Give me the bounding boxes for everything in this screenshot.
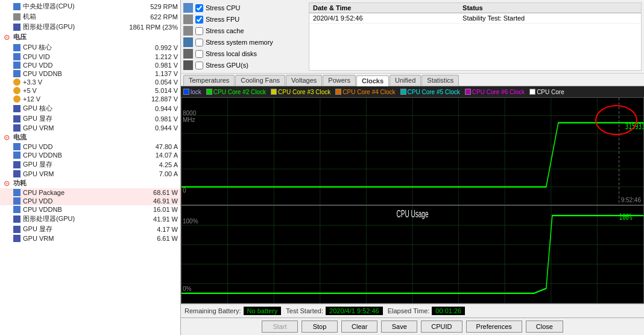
tab-statistics[interactable]: Statistics	[421, 75, 459, 86]
svg-text:CPU Usage: CPU Usage	[396, 209, 428, 220]
tab-unified[interactable]: Unified	[390, 75, 421, 86]
legend-lock-label: lock	[191, 89, 201, 95]
tab-voltages[interactable]: Voltages	[286, 75, 322, 86]
legend-core3: CPU Core #3 Clock	[271, 89, 330, 95]
battery-value: No battery	[244, 307, 282, 315]
pow-gpu-row: 图形处理器(GPU) 41.91 W	[0, 214, 180, 224]
cpuid-button[interactable]: CPUID	[421, 321, 462, 333]
clock-y-top: 8000MHz	[183, 110, 196, 123]
stress-cpu-checkbox[interactable]	[195, 4, 203, 12]
curr-gpu-mem-value: 4.25 A	[136, 161, 178, 168]
curr-cpu-vdd-label: CPU VDD	[23, 143, 136, 150]
current-icon: ⊙	[2, 133, 11, 142]
volt-gpu-mem-value: 0.981 V	[136, 115, 178, 123]
preferences-button[interactable]: Preferences	[466, 321, 522, 333]
clear-button[interactable]: Clear	[341, 321, 377, 333]
legend-core6-check	[465, 89, 471, 95]
pow-cpu-vdd-row: CPU VDD 46.91 W	[0, 197, 180, 205]
svg-text:100%: 100%	[619, 211, 633, 222]
stress-disk-icon	[183, 49, 193, 59]
clock-chart: 3159316 8000MHz 0 9:52:46	[181, 97, 644, 205]
curr-cpu-vdd-value: 47.80 A	[136, 143, 178, 150]
volt-12-value: 12.887 V	[136, 95, 178, 103]
volt-cpu-vdd-row: CPU VDD 0.981 V	[0, 61, 180, 69]
pow-cpu-vdd-label: CPU VDD	[23, 197, 136, 205]
legend-core6: CPU Core #6 Clock	[465, 89, 525, 95]
test-started-value: 2020/4/1 9:52:46	[326, 307, 383, 315]
status-row-0: 2020/4/1 9:52:46 Stability Test: Started	[309, 13, 641, 24]
stress-fpu-checkbox[interactable]	[195, 16, 203, 24]
stress-disk-checkbox[interactable]	[195, 50, 203, 58]
left-panel: 中央处理器(CPU) 529 RPM 机箱 622 RPM 图形处理器(GPU)…	[0, 0, 181, 335]
status-value-0: Stability Test: Started	[459, 13, 641, 24]
volt-cpu-vddnb-label: CPU VDDNB	[23, 70, 136, 77]
stress-cache-option[interactable]: Stress cache	[183, 25, 304, 36]
status-col-status: Status	[459, 3, 641, 13]
pow-gpu-vrm-value: 6.61 W	[136, 235, 178, 242]
legend-core4: CPU Core #4 Clock	[335, 89, 395, 95]
stress-gpu-option[interactable]: Stress GPU(s)	[183, 60, 304, 71]
curr-gpu-vrm-value: 7.00 A	[136, 170, 178, 177]
curr-cpu-vdd-row: CPU VDD 47.80 A	[0, 142, 180, 151]
pow-gpu-mem-label: GPU 显存	[23, 225, 136, 234]
tab-cooling-fans[interactable]: Cooling Fans	[235, 75, 285, 86]
voltage-icon: ⊙	[2, 33, 11, 42]
legend-core5-label: CPU Core #5 Clock	[408, 89, 460, 95]
volt-12-row: +12 V 12.887 V	[0, 95, 180, 103]
stress-gpu-icon	[183, 60, 193, 70]
stress-gpu-checkbox[interactable]	[195, 62, 203, 69]
stress-cache-checkbox[interactable]	[195, 27, 203, 35]
start-button[interactable]: Start	[262, 321, 298, 333]
stress-cpu-option[interactable]: Stress CPU	[183, 2, 304, 13]
legend-core4-check	[335, 89, 341, 95]
stress-disk-option[interactable]: Stress local disks	[183, 48, 304, 59]
bottom-info-bar: Remaining Battery: No battery Test Start…	[181, 304, 644, 317]
volt-gpu-vrm-label: GPU VRM	[23, 124, 136, 132]
legend-core2-check	[206, 89, 212, 95]
tab-powers[interactable]: Powers	[323, 75, 356, 86]
usage-y-top: 100%	[183, 218, 198, 225]
fan-gpu-label: 图形处理器(GPU)	[23, 22, 129, 31]
volt-5-value: 5.014 V	[136, 87, 178, 94]
fan-cpu-row: 中央处理器(CPU) 529 RPM	[0, 1, 180, 11]
volt-12-label: +12 V	[23, 95, 136, 103]
save-button[interactable]: Save	[381, 321, 417, 333]
curr-gpu-vrm-label: GPU VRM	[23, 170, 136, 177]
usage-y-bottom: 0%	[183, 286, 191, 292]
volt-cpu-vdd-label: CPU VDD	[23, 62, 136, 69]
power-section-header: ⊙ 功耗	[0, 178, 180, 188]
volt-cpu-vdd-value: 0.981 V	[136, 62, 178, 69]
close-button[interactable]: Close	[526, 321, 563, 333]
fan-case-label: 机箱	[23, 12, 136, 21]
legend-core2-label: CPU Core #2 Clock	[213, 89, 266, 95]
curr-cpu-vddnb-value: 14.07 A	[136, 152, 178, 159]
legend-core5-check	[400, 89, 406, 95]
stress-mem-checkbox[interactable]	[195, 39, 203, 46]
clock-chart-svg: 3159316	[182, 98, 643, 205]
elapsed-item: Elapsed Time: 00:01:26	[388, 307, 466, 315]
test-started-label: Test Started:	[286, 307, 323, 314]
battery-item: Remaining Battery: No battery	[185, 307, 281, 315]
tab-clocks[interactable]: Clocks	[356, 75, 389, 86]
current-section-header: ⊙ 电流	[0, 132, 180, 142]
volt-gpu-mem-row: GPU 显存 0.981 V	[0, 113, 180, 124]
elapsed-label: Elapsed Time:	[388, 307, 430, 314]
curr-cpu-vddnb-row: CPU VDDNB 14.07 A	[0, 151, 180, 159]
curr-gpu-mem-label: GPU 显存	[23, 160, 136, 169]
svg-text:3159316: 3159316	[625, 121, 643, 131]
pow-cpu-vddnb-value: 16.01 W	[136, 206, 178, 213]
stress-cache-icon	[183, 26, 193, 36]
tab-temperatures[interactable]: Temperatures	[183, 75, 235, 86]
pow-cpu-vddnb-label: CPU VDDNB	[23, 206, 136, 213]
stress-fpu-option[interactable]: Stress FPU	[183, 14, 304, 25]
legend-core6-label: CPU Core #6 Clock	[472, 89, 525, 95]
fan-gpu-value: 1861 RPM (23%	[129, 24, 178, 31]
usage-chart: 100% CPU Usage 100% 0%	[181, 205, 644, 304]
stress-mem-option[interactable]: Stress system memory	[183, 37, 304, 48]
stop-button[interactable]: Stop	[301, 321, 338, 333]
volt-cpu-vddnb-row: CPU VDDNB 1.137 V	[0, 69, 180, 78]
stress-fpu-label: Stress FPU	[206, 16, 239, 23]
pow-gpu-label: 图形处理器(GPU)	[23, 214, 136, 223]
volt-cpu-vid-label: CPU VID	[23, 53, 136, 60]
chart-legend: lock CPU Core #2 Clock CPU Core #3 Clock…	[181, 86, 644, 97]
